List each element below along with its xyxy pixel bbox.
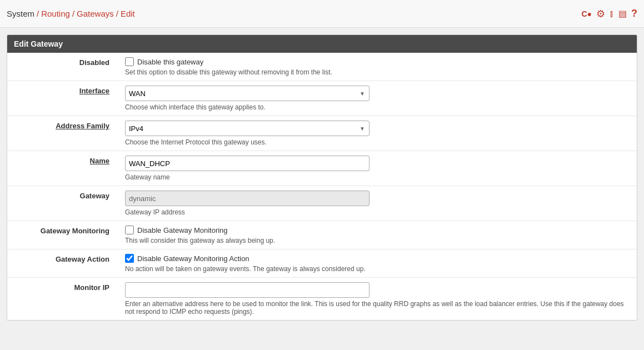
topbar-icons: C● ⚙ ⫿ ▤ ?: [581, 8, 637, 20]
disabled-help: Set this option to disable this gateway …: [125, 68, 630, 76]
gateway-monitoring-row: Gateway Monitoring Disable Gateway Monit…: [7, 221, 637, 249]
edit-gateway-panel: Edit Gateway Disabled Disable this gatew…: [7, 34, 637, 321]
disable-action-checkbox[interactable]: [125, 254, 134, 263]
name-input[interactable]: [125, 156, 370, 171]
breadcrumb-routing[interactable]: Routing: [41, 9, 70, 18]
interface-row: Interface WAN Choose which interface thi…: [7, 81, 637, 116]
gateway-content: Gateway IP address: [118, 186, 637, 221]
sliders-icon[interactable]: ⚙: [596, 8, 605, 20]
monitor-ip-help: Enter an alternative address here to be …: [125, 300, 630, 316]
gateway-input: [125, 191, 370, 206]
monitor-ip-input[interactable]: [125, 282, 370, 298]
chart-icon[interactable]: ⫿: [610, 9, 614, 19]
breadcrumb-edit[interactable]: Edit: [121, 9, 135, 18]
address-family-help: Choose the Internet Protocol this gatewa…: [125, 138, 630, 146]
panel-title: Edit Gateway: [14, 39, 63, 48]
interface-help: Choose which interface this gateway appl…: [125, 103, 630, 111]
interface-select-wrapper: WAN: [125, 86, 370, 101]
disable-gateway-label[interactable]: Disable this gateway: [137, 58, 203, 66]
breadcrumb-gateways[interactable]: Gateways: [77, 9, 114, 18]
gateway-action-label: Gateway Action: [7, 249, 118, 277]
disable-gateway-checkbox[interactable]: [125, 57, 134, 66]
interface-label[interactable]: Interface: [7, 81, 118, 116]
name-content: Gateway name: [118, 151, 637, 186]
disabled-content: Disable this gateway Set this option to …: [118, 53, 637, 81]
gateway-action-help: No action will be taken on gateway event…: [125, 265, 630, 273]
disable-monitoring-label[interactable]: Disable Gateway Monitoring: [137, 226, 228, 234]
topbar: System / Routing / Gateways / Edit C● ⚙ …: [0, 0, 644, 28]
gateway-action-content: Disable Gateway Monitoring Action No act…: [118, 249, 637, 277]
disable-action-label[interactable]: Disable Gateway Monitoring Action: [137, 254, 249, 263]
breadcrumb-sep-2: /: [72, 9, 74, 18]
monitor-ip-row: Monitor IP Enter an alternative address …: [7, 278, 637, 320]
breadcrumb-sep-1: /: [37, 9, 39, 18]
breadcrumb: System / Routing / Gateways / Edit: [7, 9, 135, 18]
breadcrumb-sep-3: /: [116, 9, 118, 18]
monitor-ip-content: Enter an alternative address here to be …: [118, 278, 637, 320]
panel-header: Edit Gateway: [7, 35, 637, 53]
disabled-label: Disabled: [7, 53, 118, 81]
gateway-monitoring-help: This will consider this gateway as alway…: [125, 237, 630, 244]
breadcrumb-system: System: [7, 9, 34, 18]
gateway-row: Gateway Gateway IP address: [7, 186, 637, 221]
disabled-row: Disabled Disable this gateway Set this o…: [7, 53, 637, 81]
address-family-row: Address Family IPv4 IPv6 Choose the Inte…: [7, 116, 637, 151]
name-help: Gateway name: [125, 173, 630, 181]
gateway-monitoring-content: Disable Gateway Monitoring This will con…: [118, 221, 637, 249]
address-family-label[interactable]: Address Family: [7, 116, 118, 151]
monitor-ip-label: Monitor IP: [7, 278, 118, 320]
gateway-help: Gateway IP address: [125, 208, 630, 216]
name-row: Name Gateway name: [7, 151, 637, 186]
gateway-monitoring-label: Gateway Monitoring: [7, 221, 118, 249]
main-content: Edit Gateway Disabled Disable this gatew…: [0, 28, 644, 327]
interface-select[interactable]: WAN: [125, 86, 370, 101]
disable-monitoring-checkbox[interactable]: [125, 226, 134, 234]
c-icon[interactable]: C●: [581, 9, 592, 18]
list-icon[interactable]: ▤: [618, 8, 627, 19]
gateway-label: Gateway: [7, 186, 118, 221]
help-icon[interactable]: ?: [631, 8, 637, 19]
address-family-select-wrapper: IPv4 IPv6: [125, 121, 370, 136]
address-family-select[interactable]: IPv4 IPv6: [125, 121, 370, 136]
address-family-content: IPv4 IPv6 Choose the Internet Protocol t…: [118, 116, 637, 151]
interface-content: WAN Choose which interface this gateway …: [118, 81, 637, 116]
name-label[interactable]: Name: [7, 151, 118, 186]
gateway-action-row: Gateway Action Disable Gateway Monitorin…: [7, 249, 637, 278]
